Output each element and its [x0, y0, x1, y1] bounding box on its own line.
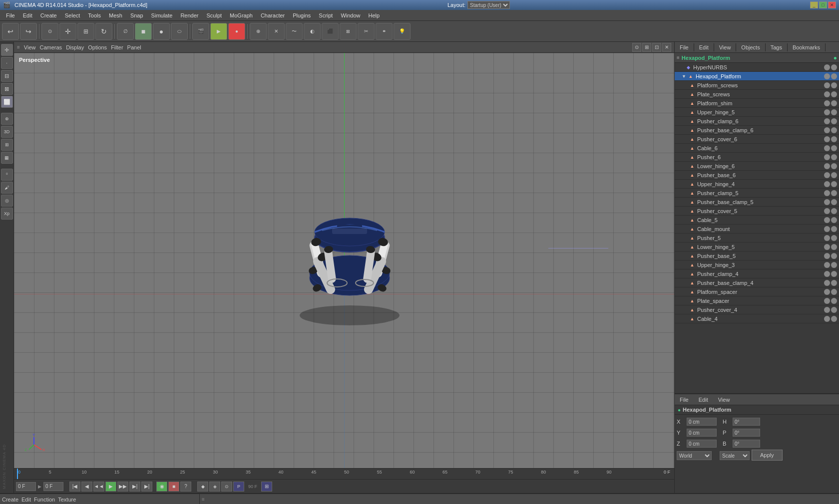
obj-tab-tags[interactable]: Tags	[766, 43, 788, 51]
tree-item-lower-hinge-6[interactable]: ▲ Lower_hinge_6	[675, 162, 839, 171]
obj-tab-view[interactable]: View	[714, 43, 737, 51]
boole-button[interactable]: ◐	[304, 23, 321, 40]
viewport-icon-2[interactable]: ⊞	[642, 43, 651, 52]
coord-mode-dropdown[interactable]: World Object Parent	[677, 451, 712, 460]
tree-item-pusher-clamp-4[interactable]: ▲ Pusher_clamp_4	[675, 269, 839, 278]
view-3d-button[interactable]: 3D	[1, 126, 13, 138]
knife-button[interactable]: ✂	[358, 23, 375, 40]
menu-window[interactable]: Window	[337, 11, 364, 19]
subdivide-button[interactable]: ⊠	[340, 23, 357, 40]
attr-tab-edit[interactable]: Edit	[694, 396, 713, 404]
play-forward-button[interactable]: ▶▶	[117, 482, 128, 492]
coord-transform-dropdown[interactable]: Scale Move Rotate	[720, 451, 750, 460]
tree-item-hypernurbs[interactable]: ◆ HyperNURBS	[675, 63, 839, 72]
extrude-button[interactable]: ⬛	[322, 23, 339, 40]
render-region-button[interactable]: 🎬	[192, 23, 209, 40]
menu-character[interactable]: Character	[257, 11, 289, 19]
tree-item-upper-hinge-4[interactable]: ▲ Upper_hinge_4	[675, 180, 839, 189]
play-backward-button[interactable]: ◄◄	[93, 482, 104, 492]
tree-item-cable-6[interactable]: ▲ Cable_6	[675, 144, 839, 153]
viewport-fullscreen-button[interactable]: ⊡	[652, 43, 661, 52]
render-button[interactable]: ●	[228, 23, 245, 40]
menu-tools[interactable]: Tools	[84, 11, 105, 19]
keyframe-button[interactable]: ◆	[197, 482, 208, 492]
tree-item-plate-spacer[interactable]: ▲ Plate_spacer	[675, 296, 839, 305]
tree-item-pusher-base-6[interactable]: ▲ Pusher_base_6	[675, 171, 839, 180]
stop-button[interactable]: ■	[168, 482, 179, 492]
cylinder-button[interactable]: ⬭	[171, 23, 188, 40]
cube-button[interactable]: ■	[135, 23, 152, 40]
record-options-button[interactable]: ?	[180, 482, 191, 492]
menu-snap[interactable]: Snap	[126, 11, 147, 19]
tree-item-platform-shim[interactable]: ▲ Platform_shim	[675, 99, 839, 108]
mat-menu-edit[interactable]: Edit	[21, 497, 31, 503]
coord-b-input[interactable]	[733, 440, 760, 448]
magnet-button[interactable]: ⁰	[1, 169, 13, 181]
undo-button[interactable]: ↩	[2, 23, 19, 40]
xpresso-button[interactable]: Xp	[1, 208, 13, 220]
mat-menu-create[interactable]: Create	[2, 497, 18, 503]
redo-button[interactable]: ↪	[20, 23, 37, 40]
coord-h-input[interactable]	[733, 418, 760, 426]
coord-z-input[interactable]	[687, 440, 717, 448]
menu-mesh[interactable]: Mesh	[105, 11, 126, 19]
tree-item-pusher-clamp-6[interactable]: ▲ Pusher_clamp_6	[675, 117, 839, 126]
tree-item-cable-5[interactable]: ▲ Cable_5	[675, 216, 839, 225]
move-tool-button[interactable]: ✛	[1, 44, 13, 56]
menu-script[interactable]: Script	[315, 11, 337, 19]
viewport-icon-4[interactable]: ✕	[662, 43, 671, 52]
menu-simulate[interactable]: Simulate	[147, 11, 177, 19]
tree-item-plate-screws[interactable]: ▲ Plate_screws	[675, 90, 839, 99]
layout-dropdown[interactable]: Startup (User)	[467, 1, 510, 9]
tree-item-upper-hinge-3[interactable]: ▲ Upper_hinge_3	[675, 260, 839, 269]
play-button[interactable]: ▶	[105, 482, 116, 492]
world-axis-button[interactable]: ⊕	[1, 113, 13, 125]
move-button[interactable]: ✛	[59, 23, 76, 40]
go-to-end-button[interactable]: ▶|	[141, 482, 152, 492]
close-button[interactable]: ✕	[828, 1, 836, 8]
scale-button[interactable]: ⊞	[77, 23, 94, 40]
null-object-button[interactable]: ∅	[117, 23, 134, 40]
menu-plugins[interactable]: Plugins	[289, 11, 315, 19]
tree-item-pusher-cover-6[interactable]: ▲ Pusher_cover_6	[675, 135, 839, 144]
tree-item-pusher-base-clamp-5[interactable]: ▲ Pusher_base_clamp_5	[675, 198, 839, 207]
coord-p-input[interactable]	[733, 429, 760, 437]
tree-item-hexapod-platform[interactable]: ▼ ▲ Hexapod_Platform	[675, 72, 839, 81]
apply-button[interactable]: Apply	[752, 450, 783, 461]
snap-button[interactable]: ⊕	[250, 23, 267, 40]
paint-button[interactable]: 🖌	[1, 182, 13, 194]
tree-item-lower-hinge-5[interactable]: ▲ Lower_hinge_5	[675, 243, 839, 252]
tree-item-pusher-6[interactable]: ▲ Pusher_6	[675, 153, 839, 162]
viewport-menu-display[interactable]: Display	[66, 44, 84, 50]
tree-item-platform-screws[interactable]: ▲ Platform_screws	[675, 81, 839, 90]
polys-mode-button[interactable]: ⊠	[1, 83, 13, 95]
light-button[interactable]: 💡	[394, 23, 411, 40]
deform-button[interactable]: 〜	[286, 23, 303, 40]
viewport-menu-options[interactable]: Options	[88, 44, 107, 50]
tree-item-cable-4[interactable]: ▲ Cable_4	[675, 314, 839, 323]
coord-x-input[interactable]	[687, 418, 717, 426]
prev-frame-button[interactable]: ◀	[81, 482, 92, 492]
axis-button[interactable]: ✕	[268, 23, 285, 40]
menu-mograph[interactable]: MoGraph	[226, 11, 257, 19]
viewport-icon-1[interactable]: ⊙	[632, 43, 641, 52]
maximize-button[interactable]: □	[819, 1, 827, 8]
obj-tab-file[interactable]: File	[675, 43, 694, 51]
tree-item-upper-hinge-5[interactable]: ▲ Upper_hinge_5	[675, 108, 839, 117]
connect-button[interactable]: ⚭	[376, 23, 393, 40]
tree-item-pusher-base-clamp-6[interactable]: ▲ Pusher_base_clamp_6	[675, 126, 839, 135]
tree-item-pusher-base-clamp-4[interactable]: ▲ Pusher_base_clamp_4	[675, 278, 839, 287]
menu-render[interactable]: Render	[176, 11, 202, 19]
menu-select[interactable]: Select	[61, 11, 84, 19]
tree-item-pusher-5[interactable]: ▲ Pusher_5	[675, 234, 839, 243]
texture-button[interactable]: ▦	[1, 152, 13, 164]
viewport-menu-view[interactable]: View	[24, 44, 36, 50]
snap-grid-button[interactable]: ⊞	[1, 139, 13, 151]
timeline-expand-button[interactable]: ⊞	[261, 482, 272, 492]
sphere-button[interactable]: ●	[153, 23, 170, 40]
attr-tab-view[interactable]: View	[713, 396, 735, 404]
current-frame-input[interactable]	[16, 482, 36, 491]
obj-tab-bookmarks[interactable]: Bookmarks	[788, 43, 826, 51]
viewport-menu-cameras[interactable]: Cameras	[40, 44, 62, 50]
tree-item-pusher-base-5[interactable]: ▲ Pusher_base_5	[675, 252, 839, 260]
